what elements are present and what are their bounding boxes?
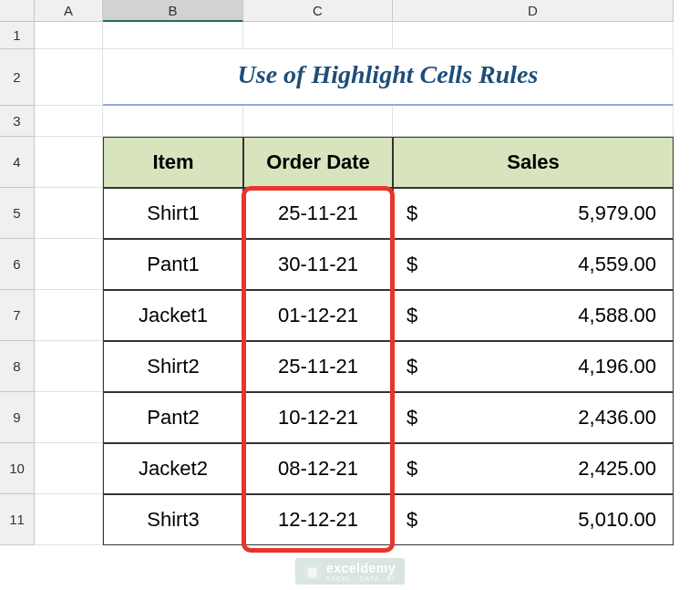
cell-date[interactable]: 25-11-21 <box>243 341 393 392</box>
row-header-8[interactable]: 8 <box>0 341 35 392</box>
cell-A6[interactable] <box>35 239 103 290</box>
cell-sales[interactable]: $ 4,588.00 <box>393 290 674 341</box>
cell-A8[interactable] <box>35 341 103 392</box>
row-header-4[interactable]: 4 <box>0 137 35 188</box>
cell-sales[interactable]: $ 4,196.00 <box>393 341 674 392</box>
table-header-sales[interactable]: Sales <box>393 137 674 188</box>
cell-item[interactable]: Shirt3 <box>103 494 243 545</box>
cell-date[interactable]: 01-12-21 <box>243 290 393 341</box>
cell-date[interactable]: 12-12-21 <box>243 494 393 545</box>
cell-item[interactable]: Jacket1 <box>103 290 243 341</box>
cell-sales[interactable]: $ 4,559.00 <box>393 239 674 290</box>
row-header-5[interactable]: 5 <box>0 188 35 239</box>
cell-item[interactable]: Shirt1 <box>103 188 243 239</box>
col-header-D[interactable]: D <box>393 0 674 22</box>
cell-C3[interactable] <box>243 106 393 137</box>
cell-A11[interactable] <box>35 494 103 545</box>
col-header-A[interactable]: A <box>35 0 103 22</box>
row-header-9[interactable]: 9 <box>0 392 35 443</box>
col-header-B[interactable]: B <box>103 0 243 22</box>
sales-amount: 4,196.00 <box>578 355 656 378</box>
table-header-item[interactable]: Item <box>103 137 243 188</box>
sales-amount: 5,979.00 <box>578 202 656 225</box>
row-header-1[interactable]: 1 <box>0 22 35 49</box>
cell-B1[interactable] <box>103 22 243 49</box>
cell-A10[interactable] <box>35 443 103 494</box>
currency-symbol: $ <box>407 304 417 327</box>
cell-item[interactable]: Pant2 <box>103 392 243 443</box>
row-header-3[interactable]: 3 <box>0 106 35 137</box>
currency-symbol: $ <box>407 202 417 225</box>
cell-D1[interactable] <box>393 22 674 49</box>
row-header-11[interactable]: 11 <box>0 494 35 545</box>
sales-amount: 4,559.00 <box>578 253 656 276</box>
cell-A5[interactable] <box>35 188 103 239</box>
cell-date[interactable]: 25-11-21 <box>243 188 393 239</box>
page-title[interactable]: Use of Highlight Cells Rules <box>103 49 674 106</box>
cell-item[interactable]: Jacket2 <box>103 443 243 494</box>
cell-C1[interactable] <box>243 22 393 49</box>
cell-B3[interactable] <box>103 106 243 137</box>
cell-date[interactable]: 30-11-21 <box>243 239 393 290</box>
sales-amount: 4,588.00 <box>578 304 656 327</box>
currency-symbol: $ <box>407 508 417 532</box>
spreadsheet-grid: A B C D 1 2 Use of Highlight Cells Rules… <box>0 0 700 545</box>
sales-amount: 2,425.00 <box>578 457 656 481</box>
row-header-10[interactable]: 10 <box>0 443 35 494</box>
currency-symbol: $ <box>407 457 417 481</box>
cell-sales[interactable]: $ 5,979.00 <box>393 188 674 239</box>
cell-A2[interactable] <box>35 49 103 106</box>
sales-amount: 2,436.00 <box>578 406 656 430</box>
select-all-corner[interactable] <box>0 0 35 22</box>
cell-date[interactable]: 10-12-21 <box>243 392 393 443</box>
table-header-order-date[interactable]: Order Date <box>243 137 393 188</box>
row-header-7[interactable]: 7 <box>0 290 35 341</box>
cell-A7[interactable] <box>35 290 103 341</box>
cell-sales[interactable]: $ 5,010.00 <box>393 494 674 545</box>
currency-symbol: $ <box>407 253 417 276</box>
cell-sales[interactable]: $ 2,425.00 <box>393 443 674 494</box>
cell-item[interactable]: Pant1 <box>103 239 243 290</box>
cell-date[interactable]: 08-12-21 <box>243 443 393 494</box>
cell-D3[interactable] <box>393 106 674 137</box>
cell-A4[interactable] <box>35 137 103 188</box>
watermark-brand: exceldemy <box>326 561 396 575</box>
row-header-2[interactable]: 2 <box>0 49 35 106</box>
cell-sales[interactable]: $ 2,436.00 <box>393 392 674 443</box>
watermark-tagline: EXCEL · DATA · BI <box>326 575 396 582</box>
cell-A3[interactable] <box>35 106 103 137</box>
cell-item[interactable]: Shirt2 <box>103 341 243 392</box>
currency-symbol: $ <box>407 406 417 430</box>
watermark: ▦ exceldemy EXCEL · DATA · BI <box>295 558 405 585</box>
sales-amount: 5,010.00 <box>578 508 656 532</box>
row-header-6[interactable]: 6 <box>0 239 35 290</box>
col-header-C[interactable]: C <box>243 0 393 22</box>
cell-A9[interactable] <box>35 392 103 443</box>
watermark-logo-icon: ▦ <box>304 564 321 580</box>
currency-symbol: $ <box>407 355 417 378</box>
cell-A1[interactable] <box>35 22 103 49</box>
